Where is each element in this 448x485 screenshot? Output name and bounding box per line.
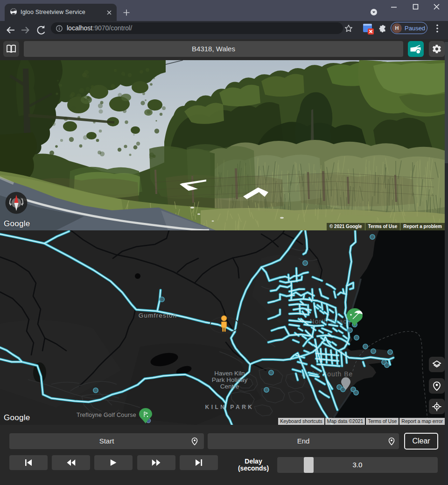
- svg-text:Centre: Centre: [220, 383, 239, 390]
- svg-text:Park Holiday: Park Holiday: [212, 376, 248, 383]
- svg-text:Haven Kiln: Haven Kiln: [214, 370, 245, 377]
- svg-text:Trefloyne Golf Course: Trefloyne Golf Course: [77, 412, 136, 418]
- svg-text:KILN PARK: KILN PARK: [205, 404, 254, 410]
- svg-text:Gumfreston: Gumfreston: [139, 312, 177, 319]
